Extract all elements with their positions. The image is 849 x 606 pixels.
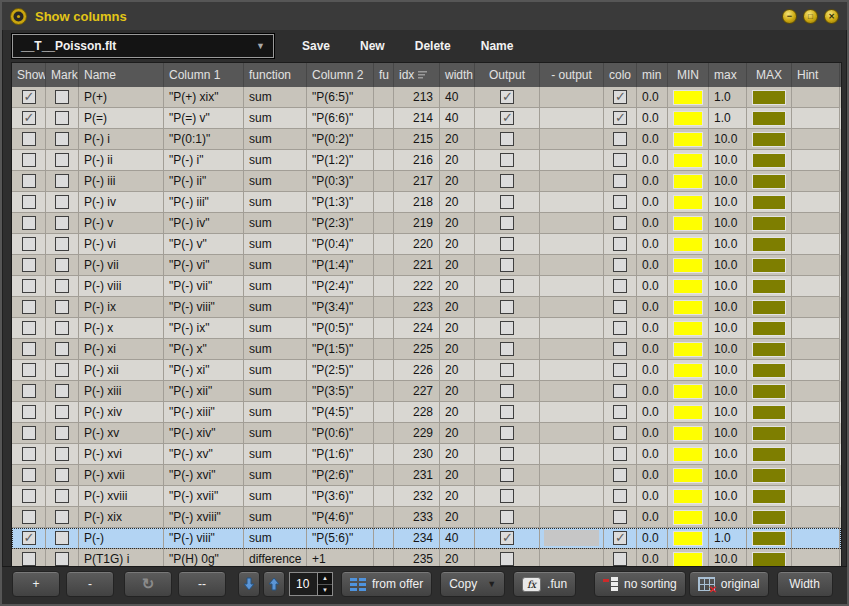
output-checkbox[interactable] [500, 342, 514, 356]
show-checkbox[interactable] [22, 363, 36, 377]
colo-checkbox[interactable] [613, 111, 627, 125]
table-row[interactable]: P(-) x"P(-) ix"sum"P(0:5)"224200.010.0 [12, 318, 841, 339]
col-header-name[interactable]: Name [79, 63, 164, 87]
max-color-swatch[interactable] [752, 552, 786, 567]
min-color-swatch[interactable] [673, 300, 703, 315]
colo-checkbox[interactable] [613, 90, 627, 104]
table-row[interactable]: P(-) viii"P(-) vii"sum"P(2:4)"222200.010… [12, 276, 841, 297]
show-checkbox[interactable] [22, 258, 36, 272]
min-color-swatch[interactable] [673, 531, 703, 546]
max-color-swatch[interactable] [752, 258, 786, 273]
show-checkbox[interactable] [22, 111, 36, 125]
colo-checkbox[interactable] [613, 552, 627, 566]
min-color-swatch[interactable] [673, 258, 703, 273]
table-row[interactable]: P(-) v"P(-) iv"sum"P(2:3)"219200.010.0 [12, 213, 841, 234]
max-color-swatch[interactable] [752, 111, 786, 126]
mark-checkbox[interactable] [55, 237, 69, 251]
mark-checkbox[interactable] [55, 447, 69, 461]
minimize-button[interactable]: − [782, 9, 797, 24]
col-header-width[interactable]: width [440, 63, 475, 87]
show-checkbox[interactable] [22, 342, 36, 356]
max-color-swatch[interactable] [752, 132, 786, 147]
show-checkbox[interactable] [22, 90, 36, 104]
min-color-swatch[interactable] [673, 279, 703, 294]
col-header-min-color[interactable]: MIN [668, 63, 709, 87]
max-color-swatch[interactable] [752, 447, 786, 462]
table-row[interactable]: P(-) xiii"P(-) xii"sum"P(3:5)"227200.010… [12, 381, 841, 402]
output-checkbox[interactable] [500, 195, 514, 209]
output-checkbox[interactable] [500, 447, 514, 461]
table-row[interactable]: P(+)"P(+) xix"sum"P(6:5)"213400.01.0 [12, 87, 841, 108]
col-header-show[interactable]: Show [12, 63, 46, 87]
show-checkbox[interactable] [22, 405, 36, 419]
colo-checkbox[interactable] [613, 195, 627, 209]
table-row[interactable]: P(-) vii"P(-) vi"sum"P(1:4)"221200.010.0 [12, 255, 841, 276]
min-color-swatch[interactable] [673, 363, 703, 378]
min-color-swatch[interactable] [673, 90, 703, 105]
colo-checkbox[interactable] [613, 300, 627, 314]
colo-checkbox[interactable] [613, 510, 627, 524]
output-checkbox[interactable] [500, 258, 514, 272]
min-color-swatch[interactable] [673, 342, 703, 357]
output-checkbox[interactable] [500, 405, 514, 419]
max-color-swatch[interactable] [752, 195, 786, 210]
min-color-swatch[interactable] [673, 510, 703, 525]
output-checkbox[interactable] [500, 489, 514, 503]
table-row[interactable]: P(-) iii"P(-) ii"sum"P(0:3)"217200.010.0 [12, 171, 841, 192]
output-checkbox[interactable] [500, 426, 514, 440]
mark-checkbox[interactable] [55, 510, 69, 524]
table-row[interactable]: P(-) xvi"P(-) xv"sum"P(1:6)"230200.010.0 [12, 444, 841, 465]
max-color-swatch[interactable] [752, 321, 786, 336]
count-spinner[interactable]: 10 ▲ ▼ [289, 572, 333, 596]
col-header-function[interactable]: function [244, 63, 307, 87]
mark-checkbox[interactable] [55, 384, 69, 398]
table-row[interactable]: P(-) iv"P(-) iii"sum"P(1:3)"218200.010.0 [12, 192, 841, 213]
colo-checkbox[interactable] [613, 216, 627, 230]
show-checkbox[interactable] [22, 132, 36, 146]
copy-button[interactable]: Copy ▼ [440, 571, 505, 597]
min-color-swatch[interactable] [673, 111, 703, 126]
output-checkbox[interactable] [500, 321, 514, 335]
max-color-swatch[interactable] [752, 300, 786, 315]
mark-checkbox[interactable] [55, 426, 69, 440]
mark-checkbox[interactable] [55, 363, 69, 377]
max-color-swatch[interactable] [752, 216, 786, 231]
max-color-swatch[interactable] [752, 510, 786, 525]
show-checkbox[interactable] [22, 468, 36, 482]
min-color-swatch[interactable] [673, 426, 703, 441]
table-row[interactable]: P(-) xi"P(-) x"sum"P(1:5)"225200.010.0 [12, 339, 841, 360]
col-header-mark[interactable]: Mark [46, 63, 79, 87]
col-header-minus-output[interactable]: - output [540, 63, 604, 87]
new-button[interactable]: New [352, 34, 393, 58]
delete-button[interactable]: Delete [407, 34, 459, 58]
show-checkbox[interactable] [22, 300, 36, 314]
max-color-swatch[interactable] [752, 342, 786, 357]
colo-checkbox[interactable] [613, 342, 627, 356]
refresh-button[interactable]: ↻ [124, 571, 172, 597]
preset-dropdown[interactable]: __T__Poisson.flt ▼ [12, 34, 274, 58]
titlebar[interactable]: Show columns − □ ✕ [2, 2, 847, 30]
max-color-swatch[interactable] [752, 531, 786, 546]
output-checkbox[interactable] [500, 363, 514, 377]
mark-checkbox[interactable] [55, 531, 69, 545]
mark-checkbox[interactable] [55, 195, 69, 209]
table-row[interactable]: P(-) ix"P(-) viii"sum"P(3:4)"223200.010.… [12, 297, 841, 318]
col-header-fu[interactable]: fu [374, 63, 394, 87]
maximize-button[interactable]: □ [803, 9, 818, 24]
mark-checkbox[interactable] [55, 405, 69, 419]
table-row[interactable]: P(-)"P(-) viii"sum"P(5:6)"234400.01.0 [12, 528, 841, 549]
max-color-swatch[interactable] [752, 363, 786, 378]
col-header-hint[interactable]: Hint [792, 63, 840, 87]
min-color-swatch[interactable] [673, 174, 703, 189]
min-color-swatch[interactable] [673, 552, 703, 567]
colo-checkbox[interactable] [613, 531, 627, 545]
mark-checkbox[interactable] [55, 216, 69, 230]
mark-checkbox[interactable] [55, 174, 69, 188]
fun-button[interactable]: fx .fun [513, 571, 576, 597]
colo-checkbox[interactable] [613, 237, 627, 251]
max-color-swatch[interactable] [752, 153, 786, 168]
max-color-swatch[interactable] [752, 489, 786, 504]
max-color-swatch[interactable] [752, 384, 786, 399]
output-checkbox[interactable] [500, 552, 514, 566]
minus-output-box[interactable] [544, 530, 599, 546]
